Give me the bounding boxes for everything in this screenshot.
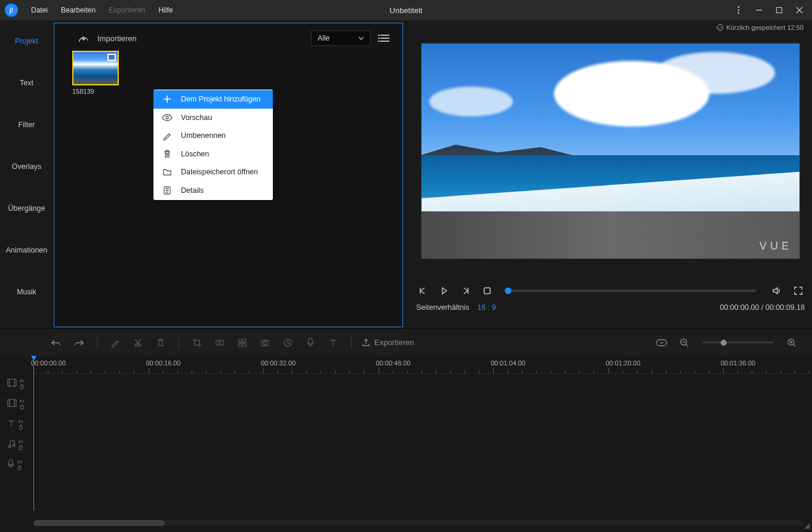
snapshot-tool-icon[interactable] [257,334,273,351]
context-menu-label: Vorschau [181,113,212,122]
kebab-icon[interactable] [731,2,746,18]
ruler-label: 00:00:00.00 [31,359,66,367]
track-mute-lock-icons[interactable] [18,419,24,430]
media-panel: Importieren Alle 158139 Dem Projekt hinz… [54,23,403,327]
timeline-track[interactable] [0,374,812,394]
track-head[interactable] [0,439,33,450]
app-logo: j! [5,4,18,17]
split-tool-icon[interactable] [211,334,228,351]
ruler-label: 00:01:36.00 [721,359,755,367]
context-menu-item[interactable]: Vorschau [153,109,273,127]
menu-export[interactable]: Exportieren [103,4,151,17]
media-item[interactable]: 158139 [72,51,120,95]
svg-rect-20 [216,340,219,345]
playhead[interactable] [33,356,34,511]
ruler-label: 00:01:04.00 [491,359,525,367]
prev-frame-button[interactable] [416,284,429,297]
close-button[interactable] [792,2,807,18]
side-tab-transitions[interactable]: Übergänge [0,187,53,229]
seek-thumb[interactable] [505,288,512,294]
context-menu-label: Umbenennen [181,131,226,140]
delete-tool-icon[interactable] [152,334,169,351]
titlebar: j! Datei Bearbeiten Exportieren Hilfe Un… [0,0,812,20]
zoom-slider[interactable] [702,342,774,343]
timeline-ruler[interactable]: 00:00:00.0000:00:16.0000:00:32.0000:00:4… [33,356,812,374]
side-tab-overlays[interactable]: Overlays [0,146,53,187]
voiceover-tool-icon[interactable] [302,334,319,351]
next-frame-button[interactable] [459,284,472,297]
context-menu-item[interactable]: Dateispeicherort öffnen [153,163,273,182]
zoom-slider-thumb[interactable] [721,340,727,346]
side-tab-music[interactable]: Musik [0,271,53,313]
timeline-track[interactable] [0,414,812,435]
track-head[interactable] [0,419,33,430]
track-mute-lock-icons[interactable] [17,460,23,471]
timeline[interactable]: 00:00:00.0000:00:16.0000:00:32.0000:00:4… [0,356,812,532]
play-button[interactable] [438,284,451,297]
svg-rect-26 [262,340,269,346]
menu-file[interactable]: Datei [25,4,54,17]
export-button[interactable]: Exportieren [361,338,414,348]
track-mute-lock-icons[interactable] [19,399,25,410]
redo-button[interactable] [70,334,87,351]
track-type-icon [7,439,16,450]
check-circle-icon [716,24,724,31]
zoom-in-button[interactable] [783,334,800,351]
import-label[interactable]: Importieren [97,34,137,43]
menu-edit[interactable]: Bearbeiten [55,4,102,17]
timeline-track[interactable] [0,455,812,475]
list-view-icon[interactable] [379,32,390,44]
side-tab-project[interactable]: Projekt [0,20,53,62]
speed-tool-icon[interactable] [279,334,296,351]
minimize-button[interactable] [751,2,767,18]
timeline-toolbar: Exportieren [0,328,812,356]
volume-button[interactable] [770,284,783,297]
undo-button[interactable] [48,334,64,351]
save-status: Kürzlich gespeichert 12:50 [716,24,804,31]
side-tab-filter[interactable]: Filter [0,104,53,146]
ruler-label: 00:00:48.00 [376,359,411,367]
svg-point-14 [717,24,723,30]
grid-tool-icon[interactable] [234,334,251,351]
svg-rect-17 [484,288,490,294]
svg-rect-23 [243,339,246,342]
text-tool-icon[interactable] [325,334,342,351]
cut-tool-icon[interactable] [130,334,146,351]
track-mute-lock-icons[interactable] [19,379,25,389]
aspect-ratio-value[interactable]: 16 : 9 [477,303,496,312]
preview-video[interactable]: VUE [421,43,800,259]
context-menu-item[interactable]: Umbenennen [153,127,273,145]
svg-rect-41 [19,426,22,429]
side-tab-text[interactable]: Text [0,62,53,104]
svg-point-9 [166,116,168,119]
fit-timeline-icon[interactable] [653,334,670,351]
resize-grip-icon[interactable]: ◢ [804,521,810,530]
timeline-track[interactable] [0,435,812,455]
timeline-scrollbar-thumb[interactable] [33,520,165,526]
track-head[interactable] [0,379,33,389]
media-thumbnail[interactable] [72,51,119,85]
context-menu-item[interactable]: Dem Projekt hinzufügen [153,90,273,109]
track-mute-lock-icons[interactable] [18,439,24,450]
crop-tool-icon[interactable] [189,334,205,351]
media-filter-select[interactable]: Alle [311,30,371,46]
maximize-button[interactable] [771,2,787,18]
stop-button[interactable] [481,284,494,297]
context-menu-item[interactable]: Details [153,182,273,200]
menu-help[interactable]: Hilfe [152,4,179,17]
svg-rect-36 [20,386,23,389]
timeline-track[interactable] [0,394,812,414]
fullscreen-button[interactable] [792,284,805,297]
context-menu-label: Details [181,186,204,195]
timeline-scrollbar[interactable] [33,520,804,526]
export-icon [361,338,371,348]
context-menu-item[interactable]: Löschen [153,145,273,164]
import-icon[interactable] [78,33,89,43]
track-head[interactable] [0,399,33,410]
zoom-out-button[interactable] [676,334,693,351]
edit-tool-icon[interactable] [107,334,124,351]
seek-slider[interactable] [508,290,756,292]
side-tab-animations[interactable]: Animationen [0,229,53,271]
track-head[interactable] [0,459,33,471]
svg-rect-25 [243,343,246,346]
